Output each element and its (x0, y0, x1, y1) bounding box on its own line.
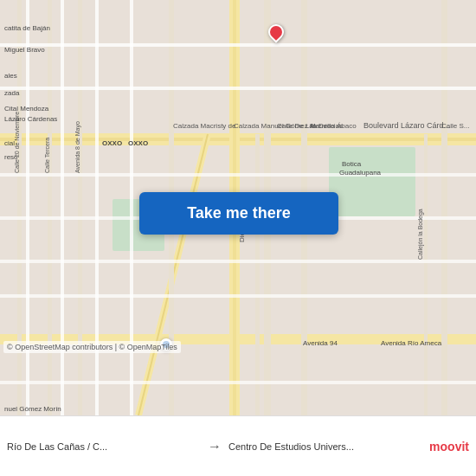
svg-rect-25 (0, 173, 476, 177)
svg-text:Calzada Macristy de: Calzada Macristy de (173, 122, 236, 130)
svg-rect-14 (26, 0, 29, 415)
route-to: Centro De Estudios Univers... (228, 441, 422, 452)
moovit-logo: moovit (429, 440, 469, 453)
svg-rect-16 (95, 0, 99, 415)
svg-text:Avenida 94: Avenida 94 (303, 339, 338, 347)
svg-rect-17 (130, 0, 133, 415)
svg-text:Guadalupana: Guadalupana (339, 169, 382, 177)
take-me-there-button[interactable]: Take me there (139, 192, 338, 235)
svg-rect-12 (441, 0, 447, 415)
svg-text:zada: zada (4, 89, 20, 97)
route-info: Río De Las Cañas / C... → Centro De Estu… (7, 439, 422, 454)
map-attribution: © OpenStreetMap contributors | © OpenMap… (3, 341, 181, 353)
svg-text:Boulevard Lázaro Cárd...: Boulevard Lázaro Cárd... (363, 121, 450, 130)
svg-text:Avenida 8 de Mayo: Avenida 8 de Mayo (74, 121, 81, 173)
svg-rect-20 (17, 0, 22, 415)
bottom-bar: Río De Las Cañas / C... → Centro De Estu… (0, 415, 476, 476)
svg-rect-18 (78, 0, 82, 415)
route-from: Río De Las Cañas / C... (7, 441, 201, 452)
svg-text:cial: cial (4, 139, 15, 147)
svg-text:Callejón la Bodega: Callejón la Bodega (417, 209, 424, 260)
svg-text:Botica: Botica (342, 160, 362, 168)
svg-text:OXXO: OXXO (128, 139, 148, 147)
svg-text:nuel Gómez Morín: nuel Gómez Morín (4, 405, 61, 413)
destination-pin (268, 24, 284, 45)
svg-rect-19 (48, 0, 52, 415)
svg-rect-28 (0, 294, 476, 298)
svg-rect-1 (329, 147, 415, 216)
svg-text:OXXO: OXXO (102, 139, 122, 147)
svg-text:Calle S...: Calle S... (441, 122, 469, 130)
map-view: Calle De Las Delicias Avenida Ábaco Calz… (0, 0, 476, 415)
svg-text:Miguel Bravo: Miguel Bravo (4, 46, 45, 54)
svg-text:Lázaro Cárdenas: Lázaro Cárdenas (4, 115, 57, 123)
svg-text:Calle Tercera: Calle Tercera (44, 138, 50, 173)
moovit-brand-text: moovit (429, 440, 469, 453)
svg-rect-24 (0, 87, 476, 90)
svg-rect-29 (0, 381, 476, 384)
svg-text:Avenida Río Ameca: Avenida Río Ameca (381, 339, 442, 347)
svg-rect-15 (61, 0, 64, 415)
svg-text:ales: ales (4, 72, 17, 80)
route-arrow-icon: → (208, 439, 222, 454)
svg-text:reso: reso (4, 153, 18, 161)
svg-rect-27 (0, 260, 476, 263)
svg-text:Cital Mendoza: Cital Mendoza (4, 105, 49, 113)
svg-rect-23 (0, 43, 476, 47)
svg-text:catita de Baján: catita de Baján (4, 24, 50, 32)
svg-text:Calzada Manuel Gómez Mo...: Calzada Manuel Gómez Mo... (234, 122, 325, 130)
